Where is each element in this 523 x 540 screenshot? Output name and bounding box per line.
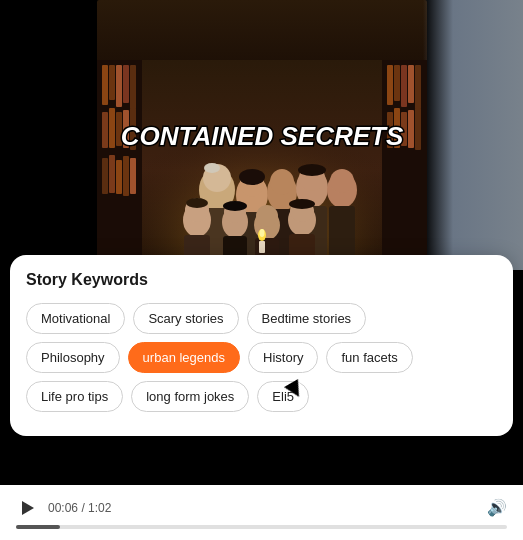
svg-rect-65 <box>259 241 265 253</box>
svg-rect-17 <box>130 158 136 194</box>
chip-urban-legends[interactable]: urban legends <box>128 342 240 373</box>
time-display: 00:06 / 1:02 <box>48 501 111 515</box>
svg-rect-15 <box>116 160 122 194</box>
svg-rect-8 <box>102 112 108 148</box>
svg-point-58 <box>256 205 278 227</box>
svg-rect-4 <box>109 65 115 100</box>
svg-rect-3 <box>102 65 108 105</box>
chip-motivational[interactable]: Motivational <box>26 303 125 334</box>
progress-bar[interactable] <box>16 525 507 529</box>
chip-fun-facets[interactable]: fun facets <box>326 342 412 373</box>
svg-rect-13 <box>102 158 108 194</box>
chip-bedtime-stories[interactable]: Bedtime stories <box>247 303 367 334</box>
volume-button[interactable]: 🔊 <box>487 498 507 517</box>
svg-rect-21 <box>401 65 407 107</box>
svg-point-40 <box>270 169 294 195</box>
svg-rect-9 <box>109 108 115 148</box>
chip-long-form-jokes[interactable]: long form jokes <box>131 381 249 412</box>
svg-point-51 <box>186 198 208 208</box>
controls-row: 00:06 / 1:02 🔊 <box>16 497 507 519</box>
time-current: 00:06 <box>48 501 78 515</box>
svg-point-33 <box>204 163 220 173</box>
svg-rect-46 <box>329 206 355 256</box>
svg-point-47 <box>330 169 354 193</box>
svg-rect-19 <box>387 65 393 105</box>
svg-rect-22 <box>408 65 414 103</box>
svg-rect-20 <box>394 65 400 101</box>
svg-text:CONTAINED SECRETS: CONTAINED SECRETS <box>121 121 404 151</box>
video-controls: 00:06 / 1:02 🔊 <box>0 485 523 540</box>
svg-rect-6 <box>123 65 129 103</box>
svg-point-55 <box>223 201 247 211</box>
keywords-title: Story Keywords <box>26 271 497 289</box>
video-container: CONTAINED SECRETS Story Keywords Motivat… <box>0 0 523 540</box>
time-total: 1:02 <box>88 501 111 515</box>
chip-history[interactable]: History <box>248 342 318 373</box>
svg-point-44 <box>298 164 326 176</box>
svg-rect-23 <box>415 65 421 109</box>
keywords-panel: Story Keywords Motivational Scary storie… <box>10 255 513 436</box>
chip-life-pro-tips[interactable]: Life pro tips <box>26 381 123 412</box>
keywords-row-1: Motivational Scary stories Bedtime stori… <box>26 303 497 334</box>
svg-rect-28 <box>415 108 421 150</box>
svg-point-64 <box>260 229 265 237</box>
play-icon <box>22 501 34 515</box>
chip-scary-stories[interactable]: Scary stories <box>133 303 238 334</box>
svg-point-62 <box>289 199 315 209</box>
chip-philosophy[interactable]: Philosophy <box>26 342 120 373</box>
svg-rect-5 <box>116 65 122 107</box>
svg-rect-16 <box>123 156 129 196</box>
video-scene-illustration: CONTAINED SECRETS <box>97 60 427 270</box>
svg-rect-7 <box>130 65 136 109</box>
svg-point-37 <box>239 169 265 185</box>
video-frame: CONTAINED SECRETS <box>97 0 427 270</box>
sidebar-panel <box>423 0 523 270</box>
keywords-row-2: Philosophy urban legends History fun fac… <box>26 342 497 373</box>
play-button[interactable] <box>16 497 38 519</box>
chip-eli5[interactable]: Eli5 <box>257 381 309 412</box>
svg-rect-27 <box>408 110 414 148</box>
keywords-row-3: Life pro tips long form jokes Eli5 <box>26 381 497 412</box>
progress-fill <box>16 525 60 529</box>
svg-rect-14 <box>109 155 115 193</box>
